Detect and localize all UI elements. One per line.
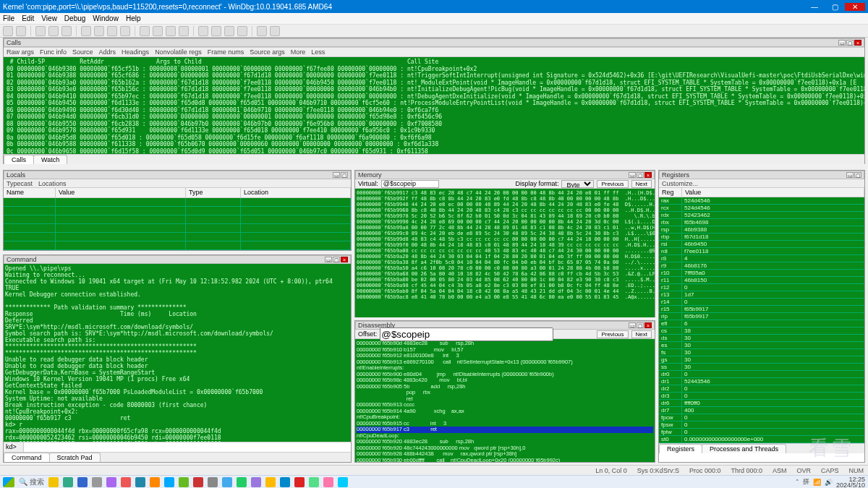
disasm-offset-input[interactable] [380, 328, 553, 341]
locals-grid[interactable] [4, 198, 351, 250]
register-row[interactable]: rsi46b9450 [659, 241, 864, 248]
tray-network-icon[interactable]: 📶 [813, 479, 821, 486]
command-input[interactable] [24, 442, 351, 452]
filter-frame-nums[interactable]: Frame nums [208, 48, 244, 56]
register-row[interactable]: ds30 [659, 335, 864, 342]
disassembly-body[interactable]: 00000000`f65b90d 4883ec28 sub rsp,28h000… [355, 339, 655, 462]
taskbar-app-icon[interactable] [265, 477, 276, 487]
taskbar-app-icon[interactable] [135, 477, 145, 487]
register-row[interactable]: rbpf67d1d18 [659, 234, 864, 241]
tool-step-into-icon[interactable] [140, 26, 150, 36]
filter-addrs[interactable]: Addrs [99, 48, 116, 56]
pane-close-icon[interactable]: × [341, 257, 348, 262]
locals-locations[interactable]: Locations [38, 180, 67, 187]
register-row[interactable]: rax524d4546 [659, 197, 864, 205]
pane-max-icon[interactable]: ▢ [846, 40, 854, 46]
register-row[interactable]: rsp46b9388 [659, 226, 864, 234]
tool-run-to-cursor-icon[interactable] [179, 26, 189, 36]
filter-more[interactable]: More [291, 48, 306, 56]
close-button[interactable]: ✕ [845, 3, 865, 11]
register-row[interactable]: st00.000000000000000000e+000 [659, 436, 864, 443]
taskbar-app-icon[interactable] [251, 477, 261, 487]
tab-scratch-pad[interactable]: Scratch Pad [49, 453, 101, 462]
register-row[interactable]: r120 [659, 284, 864, 291]
disasm-prev-button[interactable]: Previous [597, 330, 628, 338]
register-row[interactable]: es30 [659, 342, 864, 349]
pane-dock-icon[interactable]: ▭ [838, 40, 846, 46]
tray-chevron-icon[interactable]: ˄ [796, 479, 799, 486]
tool-save-icon[interactable] [16, 26, 26, 36]
tool-paste-icon[interactable] [61, 26, 72, 36]
taskbar-app-icon[interactable] [121, 477, 131, 487]
tool-step-out-icon[interactable] [166, 26, 176, 36]
register-row[interactable]: r107fff85a0 [659, 270, 864, 277]
register-row[interactable]: dr20 [659, 385, 864, 393]
tool-restart-icon[interactable] [120, 26, 130, 36]
register-row[interactable]: r140 [659, 299, 864, 306]
tray-volume-icon[interactable]: 🔊 [825, 479, 833, 486]
tab-registers[interactable]: Registers [659, 444, 702, 453]
taskbar-app-icon[interactable] [193, 477, 203, 487]
tool-stop-icon[interactable] [107, 26, 117, 36]
pane-dock-icon[interactable]: ▭ [846, 172, 854, 178]
tray-input-icon[interactable]: 拼 [803, 477, 809, 487]
filter-headings[interactable]: Headings [122, 48, 149, 56]
filter-source[interactable]: Source [72, 48, 93, 56]
menu-edit[interactable]: Edit [22, 14, 34, 22]
pane-max-icon[interactable]: ▢ [637, 322, 644, 328]
tool-asm-icon[interactable] [211, 26, 221, 36]
col-name[interactable]: Name [4, 188, 56, 197]
col-value[interactable]: Value [56, 188, 186, 197]
register-row[interactable]: efl6 [659, 320, 864, 328]
pane-dock-icon[interactable]: ▭ [629, 322, 636, 328]
pane-dock-icon[interactable]: ▭ [629, 172, 636, 178]
maximize-button[interactable]: ▢ [825, 3, 845, 11]
taskbar-app-icon[interactable] [92, 477, 102, 487]
menu-file[interactable]: File [3, 14, 14, 22]
register-row[interactable]: r1146b8150 [659, 277, 864, 284]
locals-typecast[interactable]: Typecast [7, 180, 33, 187]
menu-help[interactable]: Help [126, 14, 141, 22]
memory-virtual-input[interactable] [381, 180, 439, 188]
tool-window-icon[interactable] [257, 26, 267, 36]
tool-cut-icon[interactable] [35, 26, 46, 36]
taskbar-app-icon[interactable] [237, 477, 247, 487]
taskbar-app-icon[interactable] [309, 477, 319, 487]
col-value[interactable]: Value [682, 188, 864, 197]
register-row[interactable]: fpsw0 [659, 421, 864, 429]
tool-open-icon[interactable] [3, 26, 13, 36]
pane-close-icon[interactable]: × [644, 172, 652, 178]
memory-prev-button[interactable]: Previous [597, 180, 628, 188]
disasm-next-button[interactable]: Next [631, 330, 652, 338]
calls-body[interactable]: # Child-SP RetAddr Args to Child Call Si… [4, 57, 864, 154]
filter-nonvolatile[interactable]: Nonvolatile regs [155, 48, 202, 56]
filter-source-args[interactable]: Source args [250, 48, 285, 56]
tool-source-icon[interactable] [198, 26, 208, 36]
taskbar-app-icon[interactable] [323, 477, 333, 487]
memory-format-select[interactable]: Byte [561, 180, 594, 188]
command-output[interactable]: Opened \\.\pipe\vps Waiting to reconnect… [4, 264, 351, 442]
menu-view[interactable]: View [41, 14, 57, 22]
col-type[interactable]: Type [186, 188, 241, 197]
pane-max-icon[interactable]: ▢ [333, 257, 340, 262]
pane-max-icon[interactable]: ▢ [854, 172, 861, 178]
register-row[interactable]: r15f65b9917 [659, 306, 864, 313]
register-row[interactable]: fs30 [659, 349, 864, 356]
register-row[interactable]: cs38 [659, 328, 864, 335]
taskbar-app-icon[interactable] [164, 477, 174, 487]
taskbar-app-icon[interactable] [294, 477, 305, 487]
register-row[interactable]: ss30 [659, 364, 864, 371]
register-row[interactable]: rdx52423462 [659, 212, 864, 219]
register-row[interactable]: rbxf65b4698 [659, 219, 864, 226]
register-row[interactable]: r946b8176 [659, 262, 864, 270]
taskbar-search[interactable]: 🔍 搜索 [19, 477, 44, 487]
tool-font-icon[interactable] [224, 26, 234, 36]
register-row[interactable]: fpcw0 [659, 414, 864, 421]
register-row[interactable]: ripf65b9917 [659, 313, 864, 320]
pane-dock-icon[interactable]: ▭ [333, 172, 340, 178]
register-row[interactable]: dr30 [659, 393, 864, 400]
taskbar-app-icon[interactable] [222, 477, 232, 487]
taskbar-app-icon[interactable] [77, 477, 88, 487]
pane-max-icon[interactable]: ▢ [637, 172, 644, 178]
col-location[interactable]: Location [241, 188, 351, 197]
